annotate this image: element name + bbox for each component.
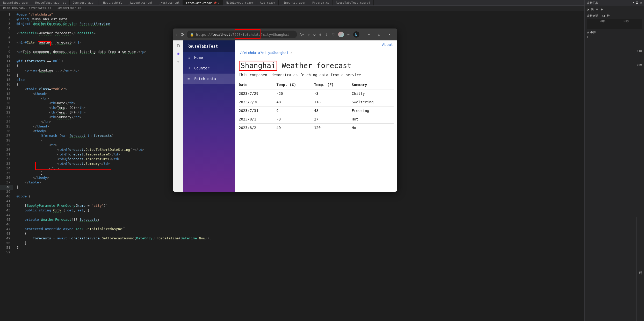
scale-110: 110	[587, 49, 642, 53]
nav-item[interactable]: ≣Fetch data	[183, 74, 235, 84]
refresh-icon[interactable]: ⟳	[181, 32, 184, 37]
table-cell: -3	[314, 89, 352, 98]
edge-tabs-icon[interactable]: ⧉	[177, 43, 180, 48]
table-header: Date	[239, 81, 276, 89]
vs-tab[interactable]: MainLayout.razor	[223, 0, 257, 5]
vs-tab-strip: ReuseTabs.razorReuseTabs.razor.csCounter…	[0, 0, 644, 6]
nav-label: Fetch data	[194, 77, 216, 81]
vs-tab[interactable]: ReuseTabsTest.csproj	[333, 0, 373, 5]
vs-tab[interactable]: FetchData.razor📌✕	[183, 0, 223, 5]
vs-subtab[interactable]: DateTimeChan...dEventArgs.cs	[0, 6, 54, 11]
lock-icon: 🔒	[190, 33, 194, 37]
table-row: 2023/7/31948Freezing	[239, 106, 394, 115]
edge-add-icon[interactable]: ＋	[176, 59, 180, 65]
table-cell: 2023/7/30	[239, 98, 276, 106]
favorite-icon[interactable]: ☆	[308, 32, 310, 37]
table-row: 2023/7/29-20-3Chilly	[239, 89, 394, 98]
table-cell: 9	[276, 106, 314, 115]
maximize-button[interactable]: ▢	[374, 28, 384, 40]
collections-icon[interactable]: ♡	[332, 32, 334, 37]
vs-tab[interactable]: Program.cs	[309, 0, 333, 5]
more-icon[interactable]: ⋯	[348, 32, 350, 37]
table-cell: Chilly	[352, 89, 394, 98]
vs-tab[interactable]: _Imports.razor	[279, 0, 309, 5]
right-tool-strip: 线程	[636, 217, 644, 321]
table-cell: -3	[276, 115, 314, 124]
extension2-icon[interactable]: ✻	[319, 32, 321, 37]
url-scheme: https://	[196, 33, 212, 37]
back-icon[interactable]: ←	[176, 32, 178, 37]
table-cell: 118	[314, 98, 352, 106]
table-cell: 49	[276, 124, 314, 132]
app-brand[interactable]: ReuseTabsTest	[183, 40, 235, 52]
vs-subtab-strip: DateTimeChan...dEventArgs.csIDatePicker.…	[0, 6, 644, 11]
vs-tab[interactable]: Counter.razor	[70, 0, 98, 5]
diag-timeline[interactable]: 20秒 30秒	[587, 19, 642, 29]
annotation-box-city	[38, 41, 51, 46]
close-button[interactable]: ✕	[384, 28, 395, 40]
export-icon[interactable]: ⎘	[591, 8, 594, 11]
page-title: Shanghai Weather forecast	[239, 61, 394, 71]
close-icon[interactable]: ✕	[291, 51, 292, 54]
nav-label: Home	[194, 55, 203, 60]
browser-window: ← ⟳ 🔒 https://localhost:7220/fetchdata?c…	[173, 28, 397, 192]
diag-title: 诊断工具	[587, 1, 598, 5]
diag-menu-icon[interactable]: ▾ ☰ ✕	[633, 1, 642, 5]
diag-toolbar: ⚙ ⎘ ⊖ ⊕	[585, 6, 644, 13]
vs-tab[interactable]: _Layout.cshtml	[125, 0, 156, 5]
nav-item[interactable]: ⌂Home	[183, 52, 235, 63]
about-link[interactable]: About	[382, 42, 393, 47]
vs-subtab[interactable]: IDatePicker.cs	[54, 6, 84, 11]
table-cell: 48	[276, 98, 314, 106]
window-controls: ― ▢ ✕	[364, 28, 395, 40]
reuse-tab[interactable]: /fetchdata?city=Shanghai ✕	[236, 49, 296, 57]
minimize-button[interactable]: ―	[364, 28, 374, 40]
line-number-gutter: 1234567891011121314151617181920212223242…	[0, 11, 13, 321]
table-cell: 48	[314, 106, 352, 115]
vs-tab[interactable]: ReuseTabs.razor	[0, 0, 32, 5]
scale-100: 100	[587, 63, 642, 67]
table-cell: Freezing	[352, 106, 394, 115]
table-cell: Hot	[352, 124, 394, 132]
nav-label: Counter	[194, 66, 209, 70]
vs-tab[interactable]: _Host.cshtml	[98, 0, 125, 5]
vs-tab[interactable]: _Host.cshtml	[156, 0, 183, 5]
browser-action-icons: A» ☆ ◒ ✻ ⭳ ♡ ⋯ b	[300, 31, 359, 38]
edge-ext-icon[interactable]: ◉	[177, 51, 179, 56]
zoom-out-icon[interactable]: ⊖	[596, 8, 598, 11]
table-cell: Sweltering	[352, 98, 394, 106]
download-icon[interactable]: ⭳	[325, 32, 329, 37]
diag-session-label: 诊断会话: 33 秒	[587, 14, 642, 18]
table-cell: 2023/7/29	[239, 89, 276, 98]
h1-city: Shanghai	[239, 61, 277, 71]
table-header: Temp. (C)	[276, 81, 314, 89]
annotation-box-property	[35, 162, 111, 170]
table-cell: 120	[314, 124, 352, 132]
nav-item[interactable]: ＋Counter	[183, 63, 235, 74]
table-cell: 2023/8/1	[239, 115, 276, 124]
extension1-icon[interactable]: ◒	[313, 32, 315, 37]
url-host: localhost	[212, 33, 230, 37]
read-aloud-icon[interactable]: A»	[300, 32, 304, 37]
nav-icon: ≣	[187, 77, 192, 81]
avatar[interactable]	[338, 32, 344, 37]
page-subtitle: This component demonstrates fetching dat…	[239, 73, 394, 77]
diagnostic-panel: 诊断工具 ▾ ☰ ✕ ⚙ ⎘ ⊖ ⊕ 诊断会话: 33 秒 20秒 30秒 ◢ …	[584, 0, 644, 321]
vs-tab[interactable]: ReuseTabs.razor.cs	[32, 0, 69, 5]
zoom-in-icon[interactable]: ⊕	[601, 8, 603, 11]
bing-icon[interactable]: b	[353, 31, 359, 38]
diag-pause[interactable]: Ⅱ	[587, 36, 642, 39]
table-row: 2023/7/3048118Sweltering	[239, 98, 394, 106]
app-main: About /fetchdata?city=Shanghai ✕ Shangha…	[235, 40, 397, 192]
tick-20: 20秒	[600, 19, 605, 23]
gear-icon[interactable]: ⚙	[587, 8, 589, 11]
forecast-table: DateTemp. (C)Temp. (F)Summary 2023/7/29-…	[239, 81, 394, 132]
table-cell: 2023/8/2	[239, 124, 276, 132]
address-bar[interactable]: 🔒 https://localhost:7220/fetchdata?city=…	[187, 31, 297, 38]
vs-tab[interactable]: App.razor	[257, 0, 279, 5]
diag-events[interactable]: ◢ 事件	[587, 30, 642, 34]
browser-toolbar: ← ⟳ 🔒 https://localhost:7220/fetchdata?c…	[173, 28, 397, 40]
nav-icon: ＋	[187, 66, 192, 70]
table-cell: 27	[314, 115, 352, 124]
annotation-box-url	[235, 29, 261, 39]
